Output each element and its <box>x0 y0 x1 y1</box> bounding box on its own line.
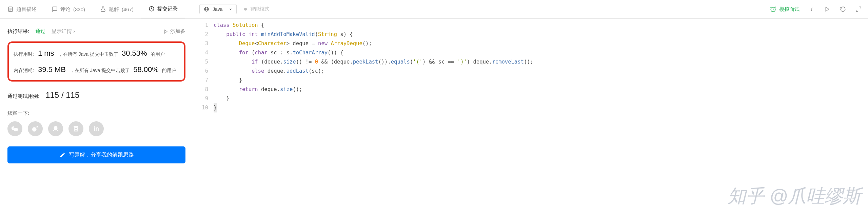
tab-submissions[interactable]: 提交记录 <box>141 0 185 18</box>
clock-icon <box>149 6 155 12</box>
reset-icon <box>840 6 846 12</box>
smart-mode[interactable]: 智能模式 <box>244 6 269 12</box>
globe-icon <box>204 6 209 12</box>
memory-mid: ，在所有 Java 提交中击败了 <box>70 68 130 74</box>
fullscreen-button[interactable] <box>855 6 862 13</box>
result-label: 执行结果: <box>7 28 29 35</box>
memory-percent: 58.00% <box>133 65 159 74</box>
tab-solutions-label: 题解 <box>109 6 119 13</box>
svg-point-8 <box>54 126 58 130</box>
line-number: 6 <box>193 67 208 76</box>
show-details-link[interactable]: 显示详情 › <box>52 28 75 35</box>
svg-point-7 <box>32 127 37 131</box>
tab-description-label: 题目描述 <box>16 6 37 13</box>
memory-suffix: 的用户 <box>162 68 176 74</box>
editor-toolbar: Java 智能模式 模拟面试 i <box>193 0 868 19</box>
tab-comments[interactable]: 评论 (330) <box>44 0 93 18</box>
line-number: 8 <box>193 85 208 94</box>
line-number: 9 <box>193 94 208 103</box>
stats-box: 执行用时: 1 ms ，在所有 Java 提交中击败了 30.53% 的用户 内… <box>7 41 185 82</box>
info-button[interactable]: i <box>808 6 815 13</box>
reset-button[interactable] <box>840 6 846 13</box>
memory-label: 内存消耗: <box>14 68 34 74</box>
smart-mode-label: 智能模式 <box>250 6 269 12</box>
weibo-icon[interactable] <box>28 121 43 136</box>
line-gutter: 1 2 3 4 5 6 7 8 9 10 <box>193 19 214 112</box>
right-panel: Java 智能模式 模拟面试 i 1 2 3 <box>193 0 868 212</box>
play-icon <box>825 6 830 12</box>
code-editor[interactable]: 1 2 3 4 5 6 7 8 9 10 class Solution { pu… <box>193 19 868 112</box>
runtime-suffix: 的用户 <box>151 51 165 57</box>
runtime-value: 1 ms <box>38 49 54 58</box>
runtime-line: 执行用时: 1 ms ，在所有 Java 提交中击败了 30.53% 的用户 <box>14 49 179 58</box>
line-number: 1 <box>193 21 208 30</box>
document-icon <box>7 6 14 12</box>
mock-interview-label: 模拟面试 <box>779 6 800 13</box>
left-panel: 题目描述 评论 (330) 题解 (467) 提交记录 执行结果: 通过 显示详… <box>0 0 193 212</box>
pencil-icon <box>59 152 65 158</box>
comment-icon <box>52 6 58 12</box>
result-header: 执行结果: 通过 显示详情 › 添加备 <box>7 28 185 35</box>
tabs: 题目描述 评论 (330) 题解 (467) 提交记录 <box>0 0 193 19</box>
svg-line-19 <box>775 7 776 8</box>
testcases-value: 115 / 115 <box>45 90 79 100</box>
svg-line-18 <box>770 7 771 8</box>
line-number: 2 <box>193 30 208 39</box>
svg-marker-20 <box>826 7 829 11</box>
flag-icon <box>163 29 168 34</box>
status-dot-icon <box>244 8 247 11</box>
svg-rect-10 <box>74 128 78 129</box>
line-number: 10 <box>193 103 208 112</box>
runtime-percent: 30.53% <box>122 49 147 58</box>
write-solution-label: 写题解，分享我的解题思路 <box>69 152 134 159</box>
flask-icon <box>100 6 106 12</box>
share-label: 炫耀一下: <box>7 110 185 117</box>
line-number: 7 <box>193 76 208 85</box>
memory-value: 39.5 MB <box>38 65 66 74</box>
run-button[interactable] <box>824 6 831 13</box>
language-label: Java <box>213 6 223 12</box>
code-content[interactable]: class Solution { public int minAddToMake… <box>214 19 868 112</box>
testcases-label: 通过测试用例: <box>7 93 39 100</box>
tab-comments-label: 评论 <box>60 6 71 13</box>
tab-submissions-label: 提交记录 <box>157 6 178 12</box>
write-solution-button[interactable]: 写题解，分享我的解题思路 <box>7 146 185 163</box>
svg-marker-6 <box>164 30 167 33</box>
tab-solutions-count: (467) <box>122 6 134 12</box>
qq-icon[interactable] <box>48 121 63 136</box>
mock-interview-button[interactable]: 模拟面试 <box>770 6 800 13</box>
linkedin-icon[interactable]: in <box>89 121 104 136</box>
line-number: 5 <box>193 57 208 67</box>
toolbar-right: 模拟面试 i <box>770 6 862 13</box>
tab-description[interactable]: 题目描述 <box>0 0 44 18</box>
line-number: 3 <box>193 39 208 48</box>
tab-solutions[interactable]: 题解 (467) <box>93 0 141 18</box>
social-icons: in <box>7 121 185 136</box>
add-note-link[interactable]: 添加备 <box>163 28 185 35</box>
alarm-icon <box>770 6 776 13</box>
douban-icon[interactable] <box>68 121 83 136</box>
chevron-down-icon <box>229 7 232 11</box>
result-area: 执行结果: 通过 显示详情 › 添加备 执行用时: 1 ms ，在所有 Java… <box>0 19 193 212</box>
runtime-mid: ，在所有 Java 提交中击败了 <box>58 51 118 57</box>
memory-line: 内存消耗: 39.5 MB ，在所有 Java 提交中击败了 58.00% 的用… <box>14 65 179 74</box>
testcases: 通过测试用例: 115 / 115 <box>7 90 185 100</box>
runtime-label: 执行用时: <box>14 51 34 57</box>
wechat-icon[interactable] <box>7 121 22 136</box>
language-select[interactable]: Java <box>199 4 237 14</box>
tab-comments-count: (330) <box>73 6 85 12</box>
line-number: 4 <box>193 48 208 57</box>
add-note-label: 添加备 <box>170 28 185 35</box>
result-status: 通过 <box>35 28 45 35</box>
expand-icon <box>855 6 862 12</box>
